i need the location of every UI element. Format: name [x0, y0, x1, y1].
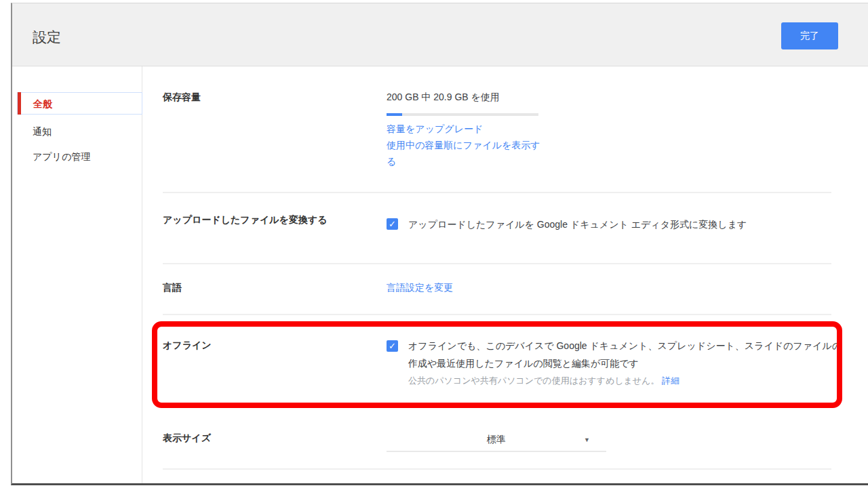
storage-usage-text: 200 GB 中 20.9 GB を使用 — [387, 92, 500, 104]
dialog-header: 設定 完了 — [12, 3, 868, 66]
divider — [163, 263, 831, 264]
upgrade-storage-link[interactable]: 容量をアップグレード — [387, 123, 483, 134]
offline-checkbox[interactable]: ✓ — [387, 340, 398, 352]
storage-progress-bar — [387, 113, 538, 116]
sidebar-item-label: 通知 — [33, 126, 52, 137]
sidebar-item-manage-apps[interactable]: アプリの管理 — [12, 146, 142, 168]
sidebar: 全般 通知 アプリの管理 — [12, 66, 142, 483]
display-size-value: 標準 — [387, 434, 606, 446]
learn-more-link[interactable]: 詳細 — [662, 375, 679, 386]
change-language-link[interactable]: 言語設定を変更 — [387, 282, 453, 294]
done-button[interactable]: 完了 — [781, 22, 838, 49]
checkmark-icon: ✓ — [389, 219, 396, 229]
convert-uploads-label: アップロードしたファイルを変換する — [163, 214, 387, 226]
page-title: 設定 — [33, 28, 61, 47]
sidebar-item-label: 全般 — [33, 98, 52, 109]
settings-content: 保存容量 200 GB 中 20.9 GB を使用 容量をアップグレード 使用中… — [142, 66, 868, 483]
selected-indicator-bar — [18, 92, 21, 115]
storage-links: 容量をアップグレード 使用中の容量順にファイルを表示する — [387, 121, 544, 169]
display-size-dropdown[interactable]: 標準 ▼ — [387, 432, 606, 452]
language-label: 言語 — [163, 282, 182, 294]
view-files-by-storage-link[interactable]: 使用中の容量順にファイルを表示する — [387, 137, 544, 169]
dropdown-arrow-icon: ▼ — [584, 436, 590, 443]
convert-uploads-checkbox[interactable]: ✓ — [387, 218, 398, 230]
offline-note-text: 公共のパソコンや共有パソコンでの使用はおすすめしません。 — [408, 375, 659, 386]
display-size-label: 表示サイズ — [163, 432, 211, 445]
divider — [163, 468, 831, 470]
sidebar-item-notifications[interactable]: 通知 — [12, 121, 142, 143]
divider — [163, 314, 831, 315]
checkmark-icon: ✓ — [389, 341, 396, 351]
divider — [163, 192, 831, 193]
sidebar-item-general[interactable]: 全般 — [17, 92, 142, 115]
storage-label: 保存容量 — [163, 92, 201, 104]
offline-note: 公共のパソコンや共有パソコンでの使用はおすすめしません。 詳細 — [408, 375, 679, 387]
offline-description: オフラインでも、このデバイスで Google ドキュメント、スプレッドシート、ス… — [408, 337, 848, 372]
storage-progress-fill — [387, 113, 402, 116]
offline-label: オフライン — [163, 340, 212, 352]
settings-dialog: 設定 完了 全般 通知 アプリの管理 保存容量 200 GB 中 20.9 GB… — [11, 3, 868, 485]
sidebar-item-label: アプリの管理 — [33, 151, 90, 162]
convert-uploads-description: アップロードしたファイルを Google ドキュメント エディタ形式に変換します — [408, 216, 747, 233]
